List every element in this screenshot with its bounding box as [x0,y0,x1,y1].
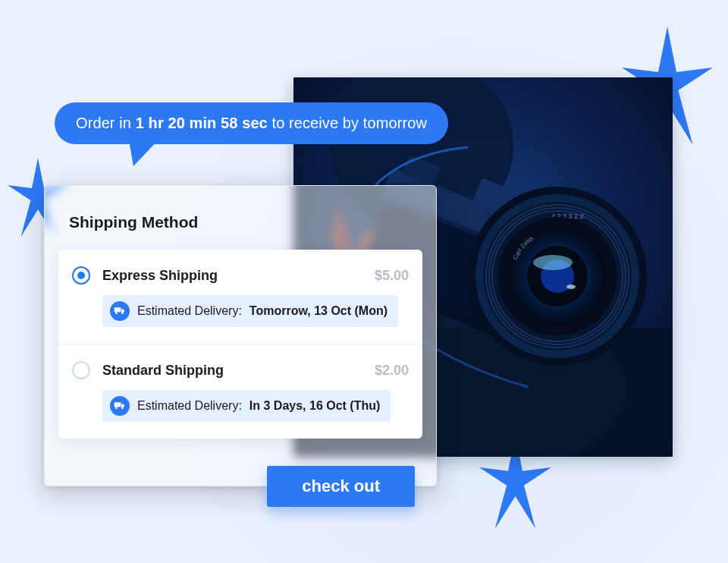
radio-unselected[interactable] [72,361,90,379]
svg-point-23 [566,285,576,289]
option-price: $5.00 [375,268,409,284]
countdown-suffix: to receive by tomorrow [268,115,427,131]
shipping-method-title: Shipping Method [45,186,436,231]
shipping-method-card: Shipping Method Express Shipping $5.00 E… [44,185,437,486]
truck-icon [110,396,130,416]
countdown-time: 1 hr 20 min 58 sec [136,115,268,131]
checkout-button[interactable]: check out [267,466,415,507]
shipping-option-express[interactable]: Express Shipping $5.00 Estimated Deliver… [58,250,422,344]
shipping-options-list: Express Shipping $5.00 Estimated Deliver… [58,250,422,439]
option-name: Express Shipping [102,268,362,284]
estimate-date: Tomorrow, 13 Oct (Mon) [249,304,388,318]
countdown-prefix: Order in [76,115,136,131]
svg-point-22 [533,255,573,270]
estimate-date: In 3 Days, 16 Oct (Thu) [249,399,380,413]
truck-icon [110,301,130,321]
delivery-estimate: Estimated Delivery: Tomorrow, 13 Oct (Mo… [102,295,398,327]
delivery-estimate: Estimated Delivery: In 3 Days, 16 Oct (T… [102,390,391,422]
shipping-option-standard[interactable]: Standard Shipping $2.00 Estimated Delive… [58,344,422,439]
speech-tail-icon [127,140,158,166]
option-name: Standard Shipping [102,363,362,379]
radio-selected[interactable] [72,266,90,285]
option-price: $2.00 [375,363,409,379]
estimate-prefix: Estimated Delivery: [137,399,242,413]
order-countdown-bubble: Order in 1 hr 20 min 58 sec to receive b… [55,102,482,144]
estimate-prefix: Estimated Delivery: [137,304,242,318]
